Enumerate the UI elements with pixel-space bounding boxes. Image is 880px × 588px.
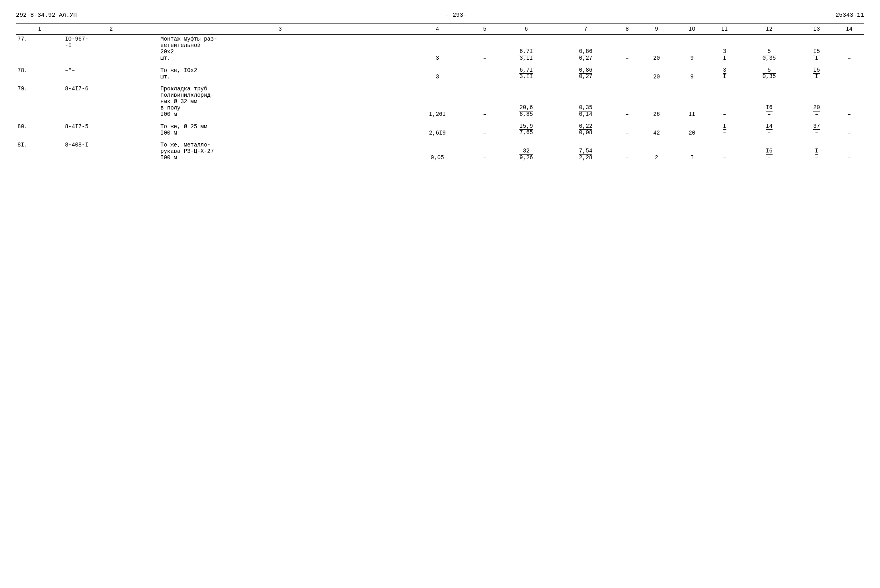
row-col14: – — [834, 84, 864, 119]
row-col11: – — [710, 84, 740, 119]
row-col12: 50,35 — [740, 34, 799, 63]
row-col4: 3 — [402, 66, 473, 81]
row-col9: 20 — [639, 34, 674, 63]
row-col13: I– — [799, 141, 834, 162]
row-code: 8-408-I — [63, 141, 159, 162]
row-col9: 26 — [639, 84, 674, 119]
col-header-3: 3 — [159, 24, 402, 34]
row-col8: – — [615, 141, 639, 162]
row-col6: 329,26 — [497, 141, 556, 162]
row-col10: I — [674, 141, 710, 162]
row-col12: I6– — [740, 84, 799, 119]
row-description: То же, IOx2 шт. — [159, 66, 402, 81]
row-col13: I5I — [799, 34, 834, 63]
row-description: Монтаж муфты раз- ветвительной 20x2 шт. — [159, 34, 402, 63]
row-col6: 6,7I3,II — [497, 66, 556, 81]
col-header-8: 8 — [615, 24, 639, 34]
col-header-1: I — [16, 24, 63, 34]
col-header-12: I2 — [740, 24, 799, 34]
row-col10: 9 — [674, 66, 710, 81]
row-col5: – — [473, 66, 497, 81]
row-col10: 9 — [674, 34, 710, 63]
row-code: 8-4I7-5 — [63, 122, 159, 137]
header-right: 25343-11 — [835, 12, 864, 19]
row-col12: I4– — [740, 122, 799, 137]
row-col12: I6– — [740, 141, 799, 162]
page-header: 292-8-34.92 Ал.УП - 293- 25343-11 — [16, 12, 864, 19]
row-col7: 7,542,28 — [556, 141, 615, 162]
col-header-5: 5 — [473, 24, 497, 34]
row-spacer — [16, 137, 864, 141]
row-col6: 6,7I3,II — [497, 34, 556, 63]
table-row: 78.–"–То же, IOx2 шт.3–6,7I3,II0,860,27–… — [16, 66, 864, 81]
row-col11: 3I — [710, 66, 740, 81]
main-table: I 2 3 4 5 6 7 8 9 IO II I2 I3 I4 77.IO-9… — [16, 23, 864, 162]
col-header-10: IO — [674, 24, 710, 34]
col-header-6: 6 — [497, 24, 556, 34]
row-col6: 20,68,85 — [497, 84, 556, 119]
row-col13: I5I — [799, 66, 834, 81]
row-col6: I5,97,65 — [497, 122, 556, 137]
row-col14: – — [834, 66, 864, 81]
row-col7: 0,220,08 — [556, 122, 615, 137]
row-col4: I,26I — [402, 84, 473, 119]
col-header-7: 7 — [556, 24, 615, 34]
row-col4: 2,6I9 — [402, 122, 473, 137]
row-code: 8-4I7-6 — [63, 84, 159, 119]
row-col5: – — [473, 141, 497, 162]
row-col10: II — [674, 84, 710, 119]
row-col8: – — [615, 122, 639, 137]
row-description: То же, металло- рукава РЗ-Ц-Х-27 I00 м — [159, 141, 402, 162]
row-col9: 20 — [639, 66, 674, 81]
row-col14: – — [834, 141, 864, 162]
row-col13: 37– — [799, 122, 834, 137]
row-description: То же, Ø 25 мм I00 м — [159, 122, 402, 137]
table-row: 80.8-4I7-5То же, Ø 25 мм I00 м2,6I9–I5,9… — [16, 122, 864, 137]
row-col8: – — [615, 34, 639, 63]
row-number: 80. — [16, 122, 63, 137]
col-header-13: I3 — [799, 24, 834, 34]
row-number: 8I. — [16, 141, 63, 162]
row-col7: 0,350,I4 — [556, 84, 615, 119]
col-header-2: 2 — [63, 24, 159, 34]
row-col5: – — [473, 84, 497, 119]
row-spacer — [16, 119, 864, 122]
row-col5: – — [473, 122, 497, 137]
row-col12: 50,35 — [740, 66, 799, 81]
row-number: 79. — [16, 84, 63, 119]
row-code: –"– — [63, 66, 159, 81]
row-number: 77. — [16, 34, 63, 63]
row-col9: 42 — [639, 122, 674, 137]
row-col14: – — [834, 34, 864, 63]
row-description: Прокладка труб поливинилхлорид- ных Ø 32… — [159, 84, 402, 119]
col-header-4: 4 — [402, 24, 473, 34]
row-spacer — [16, 63, 864, 66]
row-code: IO-967- -I — [63, 34, 159, 63]
column-header-row: I 2 3 4 5 6 7 8 9 IO II I2 I3 I4 — [16, 24, 864, 34]
row-col7: 0,860,27 — [556, 66, 615, 81]
row-col8: – — [615, 66, 639, 81]
header-center: - 293- — [445, 12, 467, 19]
row-col10: 20 — [674, 122, 710, 137]
row-col4: 3 — [402, 34, 473, 63]
row-col11: I– — [710, 122, 740, 137]
table-row: 8I.8-408-IТо же, металло- рукава РЗ-Ц-Х-… — [16, 141, 864, 162]
row-col14: – — [834, 122, 864, 137]
table-row: 79.8-4I7-6Прокладка труб поливинилхлорид… — [16, 84, 864, 119]
col-header-11: II — [710, 24, 740, 34]
row-number: 78. — [16, 66, 63, 81]
header-left: 292-8-34.92 Ал.УП — [16, 12, 77, 19]
row-col8: – — [615, 84, 639, 119]
row-col13: 20– — [799, 84, 834, 119]
col-header-9: 9 — [639, 24, 674, 34]
row-col11: – — [710, 141, 740, 162]
row-col7: 0,860,27 — [556, 34, 615, 63]
row-col4: 0,05 — [402, 141, 473, 162]
row-col5: – — [473, 34, 497, 63]
table-row: 77.IO-967- -IМонтаж муфты раз- ветвитель… — [16, 34, 864, 63]
row-col11: 3I — [710, 34, 740, 63]
row-spacer — [16, 81, 864, 84]
row-col9: 2 — [639, 141, 674, 162]
col-header-14: I4 — [834, 24, 864, 34]
